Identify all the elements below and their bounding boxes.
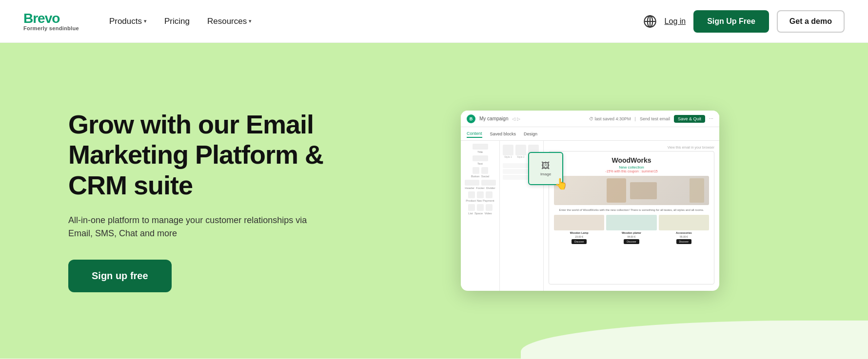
mockup-email-main-image — [554, 176, 709, 205]
mockup-topbar-right: ⏱ last saved 4:30PM | Send test email Sa… — [589, 115, 713, 123]
app-mockup: B My campaign ◁ ▷ ⏱ last saved 4:30PM | … — [461, 111, 719, 291]
brand-name: Brevo — [23, 12, 79, 25]
navbar: Brevo Formerly sendinblue Products ▾ Pri… — [0, 0, 868, 43]
image-drag-label: Image — [540, 172, 551, 176]
mockup-product-2: Wooden platter 84.00 € Discover — [606, 215, 656, 244]
mockup-email-collection: New collection — [554, 165, 709, 170]
mockup-block-header: Header Footer Divider — [463, 180, 497, 189]
nav-right: Log in Sign Up Free Get a demo — [643, 10, 845, 33]
mockup-email-body: Enter the world of WoodWorks with the ne… — [554, 208, 709, 212]
mockup-topbar-left: B My campaign ◁ ▷ — [467, 114, 520, 123]
hero-subtitle: All-in-one platform to manage your custo… — [68, 214, 312, 240]
signup-nav-button[interactable]: Sign Up Free — [693, 10, 769, 33]
mockup-block-product: Product Nav Payment — [463, 191, 497, 202]
mockup-arrows: ◁ ▷ — [512, 116, 520, 121]
mockup-tab-content[interactable]: Content — [467, 130, 482, 138]
mockup-discover-btn-3[interactable]: Discover — [676, 239, 691, 244]
nav-pricing[interactable]: Pricing — [158, 13, 197, 30]
hero-title: Grow with our Email Marketing Platform &… — [68, 109, 341, 200]
mockup-last-saved: ⏱ last saved 4:30PM — [589, 116, 631, 121]
mockup-block-button-item: Button Social — [463, 167, 497, 178]
mockup-email-discount: -15% with this coupon : summer15 — [554, 170, 709, 173]
mockup-save-quit-button[interactable]: Save & Quit — [674, 115, 705, 123]
mockup-brand-icon: B — [467, 114, 475, 123]
mockup-discover-btn-1[interactable]: Discover — [572, 239, 587, 244]
mockup-product-3: Accessories 55.00 € Discover — [659, 215, 709, 244]
mockup-email-preview-panel: View this email in your browser WoodWork… — [544, 141, 719, 291]
products-chevron-icon: ▾ — [144, 18, 147, 24]
brand-formerly: Formerly sendinblue — [23, 25, 79, 31]
hero-wave-decoration — [521, 321, 868, 359]
hero-section: Grow with our Email Marketing Platform &… — [0, 43, 868, 359]
signup-hero-button[interactable]: Sign up free — [68, 260, 172, 292]
mockup-more-icon: ⋯ — [709, 116, 713, 121]
mockup-email-preview: WoodWorks New collection -15% with this … — [549, 151, 714, 284]
mockup-body: Title Text Button Social — [461, 141, 719, 291]
mockup-product-1: Wooden Lamp 23.00 € Discover — [554, 215, 604, 244]
mockup-email-brand: WoodWorks — [554, 156, 709, 164]
cursor-icon: 👆 — [554, 178, 568, 190]
image-icon: 🖼 — [541, 161, 550, 171]
globe-icon[interactable] — [643, 15, 657, 28]
mockup-tabs: Content Saved blocks Design — [461, 127, 719, 141]
hero-illustration: B My campaign ◁ ▷ ⏱ last saved 4:30PM | … — [371, 111, 809, 291]
mockup-topbar: B My campaign ◁ ▷ ⏱ last saved 4:30PM | … — [461, 111, 719, 127]
mockup-left-panel: Title Text Button Social — [461, 141, 500, 291]
mockup-tab-design[interactable]: Design — [524, 131, 537, 137]
login-link[interactable]: Log in — [665, 17, 686, 26]
hero-content: Grow with our Email Marketing Platform &… — [68, 109, 341, 292]
mockup-block-text: Text — [463, 155, 497, 165]
resources-chevron-icon: ▾ — [249, 18, 252, 24]
nav-resources[interactable]: Resources ▾ — [200, 13, 258, 30]
mockup-campaign-name: My campaign — [479, 116, 508, 121]
mockup-discover-btn-2[interactable]: Discover — [624, 239, 639, 244]
mockup-send-test: Send test email — [640, 116, 670, 121]
demo-button[interactable]: Get a demo — [777, 10, 845, 33]
mockup-block-title: Title — [463, 144, 497, 153]
mockup-view-in-browser: View this email in your browser — [549, 146, 714, 149]
mockup-product-row: Wooden Lamp 23.00 € Discover Wooden plat… — [554, 215, 709, 244]
mockup-block-list: List Space Video — [463, 204, 497, 215]
nav-links: Products ▾ Pricing Resources ▾ — [102, 13, 643, 30]
nav-products[interactable]: Products ▾ — [102, 13, 154, 30]
logo[interactable]: Brevo Formerly sendinblue — [23, 12, 79, 31]
mockup-tab-saved[interactable]: Saved blocks — [490, 131, 516, 137]
